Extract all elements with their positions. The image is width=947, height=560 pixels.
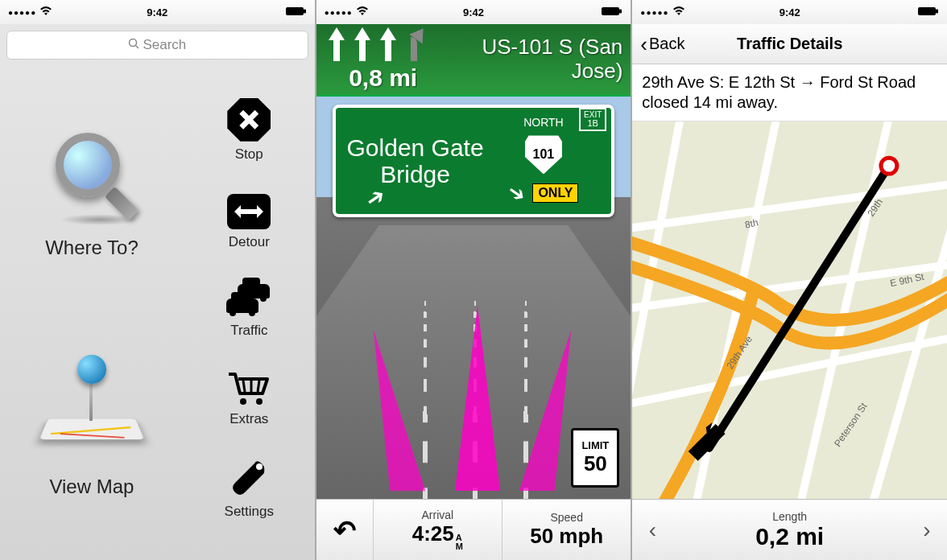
lane-destination: US-101 S (San Jose) [426,35,623,84]
uturn-icon: ↶ [333,514,356,546]
arrival-panel[interactable]: Arrival 4:25AM [373,500,502,560]
screen-navigation: ●●●●● 9:42 0,8 mi US-101 S (San Jose) Go… [316,0,633,560]
svg-point-4 [240,398,246,405]
speed-panel[interactable]: Speed 50 mph [502,500,631,560]
back-button[interactable]: ‹ Back [640,34,684,55]
where-to-button[interactable]: Where To? [43,129,140,259]
detour-button[interactable]: Detour [227,194,271,250]
status-time: 9:42 [780,6,800,19]
status-time: 9:42 [147,6,167,19]
north-label: NORTH [523,116,564,129]
lane-distance: 0,8 mi [349,64,417,92]
only-badge: ONLY [532,183,578,203]
view-map-button[interactable]: View Map [35,352,148,498]
settings-button[interactable]: Settings [225,459,274,520]
detour-icon [227,194,271,229]
exit-badge: EXIT 1B [579,108,606,131]
search-icon [128,37,139,53]
svg-line-14 [632,182,947,230]
svg-rect-1 [304,9,306,13]
status-bar: ●●●●● 9:42 [316,0,631,24]
where-to-label: Where To? [45,237,139,259]
svg-rect-11 [619,9,622,13]
magnifier-icon [43,129,140,225]
svg-rect-10 [602,7,619,15]
route-shield-icon: 101 [525,135,562,174]
chevron-left-icon: ‹ [640,34,647,55]
signal-dots-icon: ●●●●● [8,8,36,17]
speed-limit-sign: LIMIT 50 [571,428,619,488]
battery-icon [286,6,307,19]
battery-icon [602,6,622,19]
status-bar: ●●●●● 9:42 [632,0,947,24]
nav-bottom-bar: ↶ Arrival 4:25AM Speed 50 mph [316,499,631,560]
wifi-icon [672,6,685,19]
traffic-map[interactable]: 880 8th 29th 29th Ave E 9th St Peterson … [632,121,947,499]
sign-line1: Golden Gate [347,134,484,161]
wifi-icon [356,6,369,19]
traffic-button[interactable]: Traffic [225,282,273,339]
stop-button[interactable]: Stop [227,98,271,163]
length-panel: Length 0,2 mi [672,510,907,550]
traffic-bottom-bar: ‹ Length 0,2 mi › [632,499,947,560]
cart-icon [227,371,271,406]
sign-arrow-icon: ➔ [503,178,532,208]
search-input[interactable]: Search [6,31,308,60]
search-placeholder: Search [143,37,186,53]
svg-point-22 [881,158,897,174]
traffic-details-header: ‹ Back Traffic Details [632,24,947,64]
road-view[interactable]: Golden Gate Bridge ➔ EXIT 1B NORTH 101 ➔ [316,97,631,499]
lane-arrow-icon [455,306,500,491]
extras-button[interactable]: Extras [227,371,271,427]
lane-arrows-icon [325,27,426,64]
highway-sign: Golden Gate Bridge ➔ EXIT 1B NORTH 101 ➔ [333,105,615,217]
traffic-icon [225,282,273,318]
next-button[interactable]: › [907,517,947,543]
svg-line-6 [243,381,245,392]
signal-dots-icon: ●●●●● [640,8,668,17]
uturn-button[interactable]: ↶ [316,500,373,560]
map-canvas [632,121,947,499]
svg-rect-0 [286,7,304,15]
screen-home: ●●●●● 9:42 Search Where To? [0,0,316,560]
chevron-left-icon: ‹ [649,517,656,543]
screen-traffic-details: ●●●●● 9:42 ‹ Back Traffic Details 29th A… [632,0,947,560]
svg-rect-13 [936,9,938,13]
page-title: Traffic Details [737,35,842,53]
traffic-message: 29th Ave S: E 12th St → Ford St Road clo… [632,64,947,121]
svg-point-2 [130,39,137,47]
battery-icon [918,6,939,19]
sign-arrow-icon: ➔ [361,183,391,213]
sign-line2: Bridge [380,161,450,187]
status-bar: ●●●●● 9:42 [0,0,315,24]
signal-dots-icon: ●●●●● [325,8,353,17]
view-map-label: View Map [49,476,134,498]
prev-button[interactable]: ‹ [632,517,672,543]
svg-line-8 [258,381,259,392]
chevron-right-icon: › [923,517,930,543]
wrench-icon [229,459,269,499]
lane-guidance-bar[interactable]: 0,8 mi US-101 S (San Jose) [316,24,631,97]
svg-point-9 [256,463,263,470]
wifi-icon [39,6,52,19]
stop-icon [227,98,271,142]
svg-rect-12 [918,7,936,15]
map-pin-icon [35,352,148,464]
status-time: 9:42 [463,6,484,19]
svg-point-5 [256,398,263,405]
svg-line-3 [136,46,139,49]
